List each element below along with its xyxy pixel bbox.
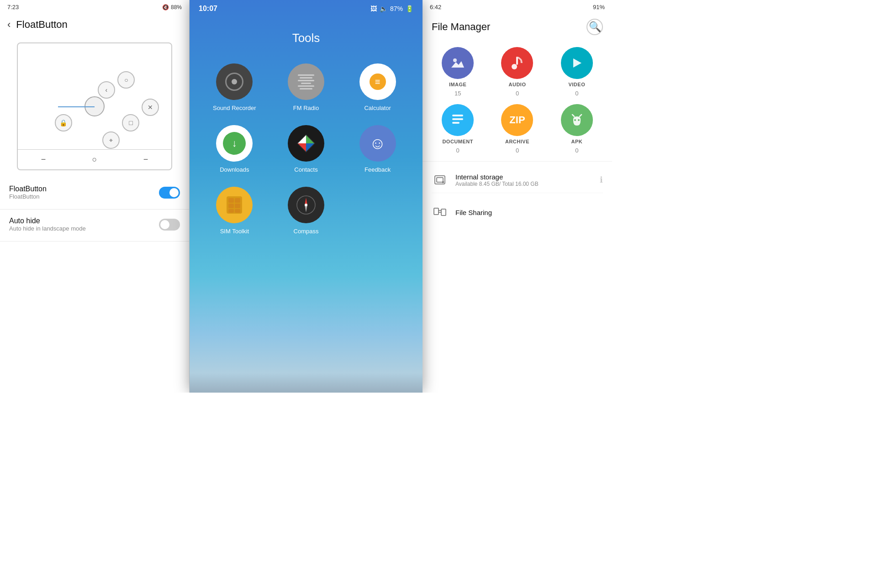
cat-document[interactable]: DOCUMENT 0 [432,104,484,154]
cat-image[interactable]: IMAGE 15 [432,47,484,97]
app-contacts[interactable]: Contacts [275,125,338,173]
svg-rect-26 [437,178,443,182]
demo-home: ○ [92,155,97,164]
apk-count: 0 [575,147,578,154]
image-label: IMAGE [449,82,467,87]
status-bar-center: 10:07 🖼 🔈 87% 🔋 [190,0,423,17]
app-calculator[interactable]: ≡ Calculator [346,63,409,111]
svg-point-27 [442,181,444,183]
back-button[interactable]: ‹ [7,19,11,31]
app-grid: Sound Recorder FM Radio ≡ Calculator [190,63,423,235]
tools-panel: 10:07 🖼 🔈 87% 🔋 Tools Sound Recorder [190,0,423,393]
battery-icon-center: 🔋 [406,5,413,12]
fm-line-1 [298,74,314,76]
archive-label: ARCHIVE [505,139,529,144]
calculator-icon: ≡ [359,63,396,100]
storage-arrow: ℹ [600,175,603,185]
setting-info-float: FloatButton FloatButton [9,185,47,200]
svg-rect-5 [228,204,234,208]
image-svg [449,55,466,71]
file-share-svg [433,205,447,219]
feedback-icon: ☺ [359,125,396,162]
audio-label: AUDIO [509,82,526,87]
fm-radio-label: FM Radio [293,105,319,111]
app-sim-toolkit[interactable]: SIM Toolkit [203,187,266,235]
svg-point-12 [305,204,307,206]
internal-storage-item[interactable]: Internal storage Available 8.45 GB/ Tota… [432,167,603,193]
sound-recorder-icon [216,63,253,100]
video-count: 0 [575,90,578,97]
sound-recorder-inner [225,73,243,91]
svg-rect-17 [452,115,463,116]
demo-minus: − [41,155,46,164]
app-fm-radio[interactable]: FM Radio [275,63,338,111]
calculator-label: Calculator [364,105,391,111]
document-svg [449,112,466,128]
cat-video[interactable]: VIDEO 0 [551,47,603,97]
file-manager-panel: 6:42 91% File Manager 🔍 IMAGE 15 [423,0,612,393]
battery-left: 88% [171,4,182,10]
contacts-icon [288,125,324,162]
app-compass[interactable]: Compass [275,187,338,235]
fb-circle-bottom-right: □ [122,114,139,131]
contacts-label: Contacts [294,166,317,173]
file-sharing-label: File Sharing [455,209,492,216]
fm-line-3 [298,80,314,81]
search-icon-right[interactable]: 🔍 [586,19,603,35]
svg-rect-4 [235,198,240,203]
svg-line-23 [572,115,574,116]
storage-section: Internal storage Available 8.45 GB/ Tota… [423,161,612,199]
internal-storage-icon [432,172,448,188]
document-count: 0 [456,147,460,154]
app-feedback[interactable]: ☺ Feedback [346,125,409,173]
battery-center: 87% [390,5,403,12]
setting-sub-float: FloatButton [9,193,47,200]
cat-archive[interactable]: ZIP ARCHIVE 0 [491,104,543,154]
cat-audio[interactable]: AUDIO 0 [491,47,543,97]
setting-label-autohide: Auto hide [9,217,86,225]
svg-rect-18 [452,118,463,120]
demo-bottom-bar: − ○ − [18,149,171,169]
battery-right: 91% [593,4,605,10]
svg-point-22 [578,119,580,121]
archive-icon: ZIP [501,104,533,136]
app-sound-recorder[interactable]: Sound Recorder [203,63,266,111]
svg-marker-16 [573,58,581,68]
fm-line-2 [300,77,312,79]
cat-apk[interactable]: APK 0 [551,104,603,154]
toggle-float-button[interactable] [159,187,180,199]
video-icon [561,47,593,79]
toggle-auto-hide[interactable] [159,219,180,231]
apk-icon [561,104,593,136]
fb-line [58,106,95,107]
volume-icon-center: 🔈 [380,5,387,12]
calc-symbol: ≡ [370,74,386,90]
float-button-panel: 7:23 🔇 88% ‹ FloatButton ‹ ○ ✕ □ ⌖ 🔒 − ○… [0,0,190,393]
fb-circle-left: ‹ [98,81,115,99]
compass-label: Compass [294,228,319,235]
apk-svg [569,112,585,128]
status-icons-right: 91% [593,4,605,10]
sound-rec-dot [232,79,237,84]
sim-toolkit-icon [216,187,253,223]
toggle-knob-autohide [160,220,169,229]
tools-title: Tools [190,17,423,63]
svg-rect-7 [228,209,234,213]
svg-line-24 [580,115,581,116]
fm-lines [298,74,314,89]
setting-row-autohide: Auto hide Auto hide in landscape mode [9,217,180,232]
contacts-svg [296,133,316,153]
svg-rect-3 [228,198,234,203]
status-bar-left: 7:23 🔇 88% [0,0,189,14]
document-label: DOCUMENT [442,139,473,144]
header-right: File Manager 🔍 [423,14,612,40]
setting-info-autohide: Auto hide Auto hide in landscape mode [9,217,86,232]
audio-icon [501,47,533,79]
header-left: ‹ FloatButton [0,14,189,35]
app-downloads[interactable]: ↓ Downloads [203,125,266,173]
audio-svg [509,55,525,71]
file-sharing-item[interactable]: File Sharing [423,199,612,226]
archive-count: 0 [516,147,519,154]
sound-recorder-label: Sound Recorder [213,105,256,111]
apk-label: APK [571,139,582,144]
